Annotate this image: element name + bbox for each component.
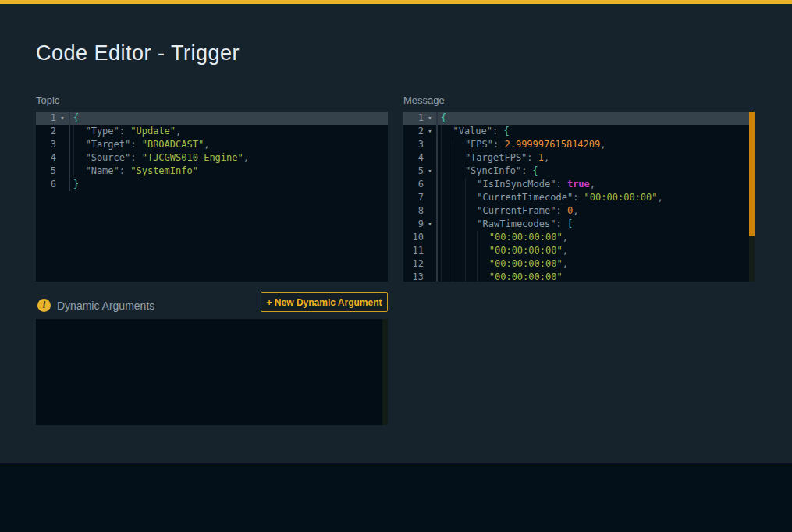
code-line[interactable]: 4"TargetFPS": 1, xyxy=(403,151,755,165)
code-line[interactable]: 4"Source": "TJCGWS010-Engine", xyxy=(36,151,388,165)
code-line[interactable]: 9▾"RawTimecodes": [ xyxy=(403,218,755,231)
token-num: 2.999997615814209 xyxy=(504,138,600,151)
code-line[interactable]: 5▾"SyncInfo": { xyxy=(403,165,755,178)
token-punct: : xyxy=(119,165,130,178)
code-text: "RawTimecodes": [ xyxy=(438,218,573,231)
dynamic-arguments-scrollbar-track[interactable] xyxy=(382,319,388,425)
token-punct: , xyxy=(563,257,568,271)
code-text: { xyxy=(70,112,79,125)
indent-guide xyxy=(453,151,464,165)
code-line[interactable]: 2▾"Value": { xyxy=(403,125,755,138)
line-number: 12 xyxy=(403,257,424,271)
dynamic-arguments-panel[interactable] xyxy=(36,319,388,425)
code-line[interactable]: 7"CurrentTimecode": "00:00:00:00", xyxy=(403,191,755,204)
fold-arrow-icon[interactable]: ▾ xyxy=(56,112,69,125)
line-number: 3 xyxy=(36,138,56,151)
code-text: { xyxy=(438,112,446,125)
line-number: 8 xyxy=(403,204,424,218)
fold-spacer xyxy=(424,178,436,191)
indent-guide xyxy=(441,151,453,165)
code-line[interactable]: 6} xyxy=(36,178,388,191)
code-line[interactable]: 10"00:00:00:00", xyxy=(403,231,755,244)
code-line[interactable]: 2"Type": "Update", xyxy=(36,125,388,138)
code-text: "SyncInfo": { xyxy=(438,165,538,178)
fold-spacer xyxy=(424,151,436,165)
token-punct: , xyxy=(573,204,578,218)
fold-arrow-icon[interactable]: ▾ xyxy=(424,112,436,125)
code-text: "FPS": 2.999997615814209, xyxy=(438,138,606,151)
message-code-editor[interactable]: 1▾{2▾"Value": {3"FPS": 2.999997615814209… xyxy=(403,112,755,282)
token-str: "TJCGWS010-Engine" xyxy=(142,151,243,165)
message-label: Message xyxy=(403,94,445,106)
token-punct: : xyxy=(493,138,504,151)
token-key: "IsInSyncMode" xyxy=(477,178,556,191)
code-text: "CurrentTimecode": "00:00:00:00", xyxy=(438,191,663,204)
new-dynamic-argument-button[interactable]: + New Dynamic Argument xyxy=(261,292,388,312)
token-brace: { xyxy=(73,112,79,125)
message-scrollbar-track[interactable] xyxy=(749,112,755,282)
code-line[interactable]: 1▾{ xyxy=(403,112,749,125)
token-punct: : xyxy=(527,151,538,165)
indent-guide xyxy=(477,244,488,257)
indent-guide xyxy=(441,125,453,138)
token-str: "00:00:00:00" xyxy=(489,271,563,282)
fold-spacer xyxy=(56,125,69,138)
line-number: 11 xyxy=(403,244,424,257)
line-number: 5 xyxy=(36,165,56,178)
token-punct: : xyxy=(556,204,566,218)
token-punct: , xyxy=(590,178,595,191)
token-punct: , xyxy=(658,191,663,204)
indent-guide xyxy=(441,244,453,257)
fold-arrow-icon[interactable]: ▾ xyxy=(424,218,436,231)
code-line[interactable]: 12"00:00:00:00", xyxy=(403,257,755,271)
indent-guide xyxy=(465,191,477,204)
indent-guide xyxy=(465,178,477,191)
fold-spacer xyxy=(56,178,69,191)
fold-arrow-icon[interactable]: ▾ xyxy=(424,165,436,178)
indent-guide xyxy=(441,191,453,204)
token-str: "00:00:00:00" xyxy=(489,257,563,271)
indent-guide xyxy=(453,257,464,271)
indent-guide xyxy=(465,257,477,271)
message-scrollbar-thumb[interactable] xyxy=(749,112,755,236)
token-key: "Type" xyxy=(85,125,119,138)
code-line[interactable]: 5"Name": "SystemInfo" xyxy=(36,165,388,178)
token-key: "SyncInfo" xyxy=(465,165,521,178)
token-brace: { xyxy=(503,125,509,138)
token-brace: { xyxy=(533,165,538,178)
token-key: "CurrentFrame" xyxy=(477,204,556,218)
code-text: "Name": "SystemInfo" xyxy=(70,165,198,178)
token-brace: { xyxy=(441,112,446,125)
indent-guide xyxy=(453,204,464,218)
topic-code-editor[interactable]: 1▾{2"Type": "Update",3"Target": "BROADCA… xyxy=(36,112,388,282)
fold-spacer xyxy=(424,231,436,244)
indent-guide xyxy=(453,138,464,151)
code-line[interactable]: 3"FPS": 2.999997615814209, xyxy=(403,138,755,151)
indent-guide xyxy=(477,257,488,271)
token-key: "Source" xyxy=(85,151,130,165)
code-line[interactable]: 6"IsInSyncMode": true, xyxy=(403,178,755,191)
token-punct: : xyxy=(130,151,141,165)
code-line[interactable]: 8"CurrentFrame": 0, xyxy=(403,204,755,218)
token-str: "00:00:00:00" xyxy=(584,191,658,204)
fold-spacer xyxy=(424,191,436,204)
indent-guide xyxy=(73,151,85,165)
line-number: 4 xyxy=(36,151,56,165)
code-line[interactable]: 13"00:00:00:00" xyxy=(403,271,755,282)
token-key: "Value" xyxy=(453,125,492,138)
token-punct: , xyxy=(176,125,181,138)
code-line[interactable]: 3"Target": "BROADCAST", xyxy=(36,138,388,151)
code-text: "Value": { xyxy=(438,125,510,138)
token-punct: : xyxy=(492,125,503,138)
code-text: "Type": "Update", xyxy=(70,125,181,138)
code-line[interactable]: 1▾{ xyxy=(36,112,388,125)
code-line[interactable]: 11"00:00:00:00", xyxy=(403,244,755,257)
indent-guide xyxy=(441,178,453,191)
line-number: 9 xyxy=(403,218,424,231)
line-number: 1 xyxy=(403,112,424,125)
fold-spacer xyxy=(56,151,69,165)
fold-arrow-icon[interactable]: ▾ xyxy=(424,125,436,138)
indent-guide xyxy=(453,178,464,191)
token-key: "CurrentTimecode" xyxy=(477,191,573,204)
token-key: "Target" xyxy=(85,138,130,151)
